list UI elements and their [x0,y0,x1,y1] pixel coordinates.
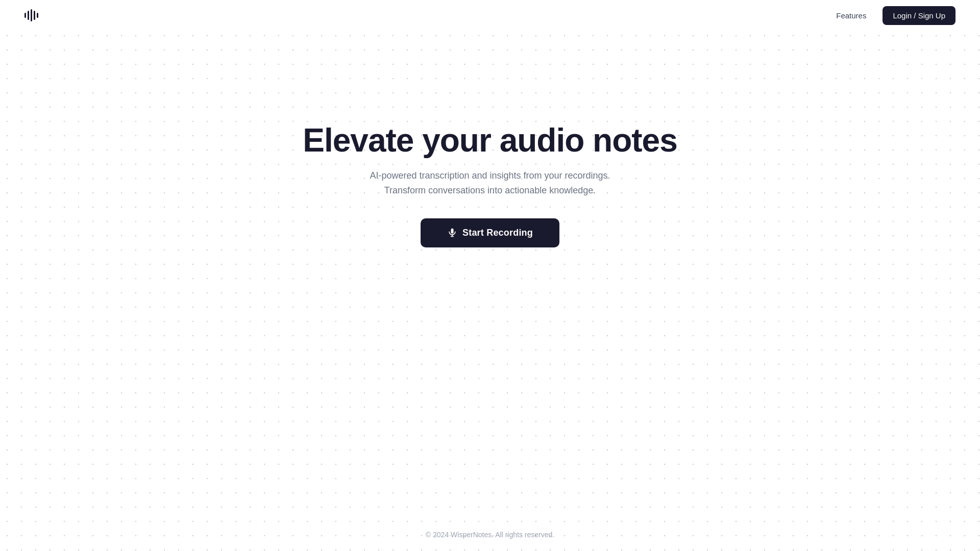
footer: © 2024 WisperNotes. All rights reserved. [0,531,980,539]
login-signup-button[interactable]: Login / Sign Up [883,6,955,25]
audio-waveform-icon [24,8,38,22]
navbar: Features Login / Sign Up [0,0,980,31]
navbar-right: Features Login / Sign Up [836,6,955,25]
microphone-icon [447,228,457,238]
hero-subtitle: AI-powered transcription and insights fr… [370,168,610,198]
hero-title: Elevate your audio notes [303,122,677,158]
svg-rect-0 [451,229,453,234]
hero-subtitle-line2: Transform conversations into actionable … [384,185,596,195]
logo [24,8,38,22]
copyright-text: © 2024 WisperNotes. All rights reserved. [426,531,554,539]
features-nav-link[interactable]: Features [836,11,866,20]
dot-grid-background [0,0,980,551]
start-recording-button[interactable]: Start Recording [421,218,559,247]
start-recording-label: Start Recording [462,228,533,238]
hero-section: Elevate your audio notes AI-powered tran… [0,122,980,247]
hero-subtitle-line1: AI-powered transcription and insights fr… [370,170,610,181]
